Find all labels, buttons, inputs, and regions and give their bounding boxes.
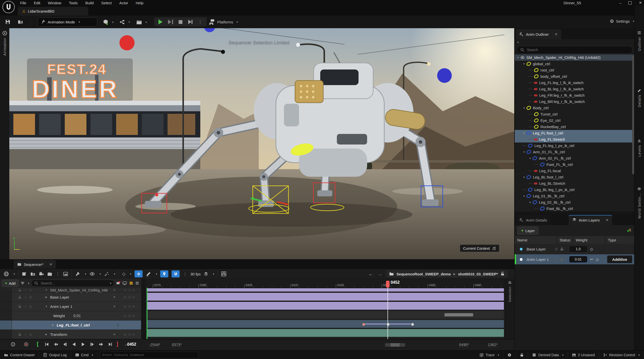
prev-key-icon[interactable]: ◁ <box>124 314 126 317</box>
fps-label[interactable]: 30 fps <box>190 272 201 276</box>
layer-dot-icon[interactable] <box>520 258 523 261</box>
previous-key-button[interactable] <box>53 342 58 347</box>
prev-key-icon[interactable]: ◁ <box>124 305 126 308</box>
menu-edit[interactable]: Edit <box>34 1 40 5</box>
tree-item[interactable]: ▼Body_ctrl <box>515 105 635 111</box>
expander-icon[interactable]: ▼ <box>528 157 532 160</box>
chevron-down-icon[interactable]: ▾ <box>213 272 214 276</box>
record-viewport-icon[interactable] <box>116 281 120 285</box>
lane-keys[interactable] <box>147 320 504 328</box>
solo-headphones-icon[interactable]: ∩ <box>24 295 26 299</box>
chevron-down-icon[interactable]: ▾ <box>14 272 15 276</box>
tree-item[interactable]: ▼Leg_BL:foot_l_ctrl <box>515 174 635 180</box>
next-key-button[interactable] <box>99 342 104 347</box>
minimize-button[interactable]: – <box>619 1 621 5</box>
chevron-down-icon[interactable]: ▾ <box>100 272 101 276</box>
playhead-line[interactable] <box>388 286 388 339</box>
outliner-search-input[interactable] <box>526 48 629 52</box>
tree-item[interactable]: Foot_BL_fk_ctrl <box>515 205 635 211</box>
restore-button[interactable] <box>628 1 632 5</box>
nav-back-arrow[interactable]: ← <box>368 271 373 277</box>
status-trace[interactable]: Trace▾ <box>475 351 503 359</box>
menu-tools[interactable]: Tools <box>69 1 78 5</box>
world-icon[interactable] <box>4 271 9 277</box>
expander-icon[interactable]: ▼ <box>522 132 526 134</box>
solo-headphones-icon[interactable]: ∩ <box>24 333 26 336</box>
track-row[interactable]: ∩⊘▼SM_Mech_Spider_HI_CtrlRig_HI6+◁◇▷ <box>0 288 141 293</box>
mode-select-dropdown[interactable]: Animation Mode ▾ <box>38 17 97 26</box>
mute-icon[interactable]: ⊘ <box>29 295 32 299</box>
menu-build[interactable]: Build <box>85 1 93 5</box>
track-row[interactable]: Weight0.01◁◇▷ <box>0 311 141 320</box>
camera-icon[interactable] <box>39 271 44 277</box>
status-content-drawer[interactable]: Content Drawer <box>0 351 39 359</box>
add-section-icon[interactable]: + <box>111 295 118 299</box>
current-frame-value[interactable]: 0452 <box>127 342 136 347</box>
tree-item[interactable]: Leg_BL:Stretch <box>515 180 635 187</box>
close-icon[interactable]: ✕ <box>606 218 609 222</box>
playhead-marker[interactable] <box>386 281 390 288</box>
info-icon[interactable] <box>11 342 16 347</box>
outliner-filter-row[interactable]: ▼ <box>515 39 635 45</box>
snap-magnet-button[interactable] <box>172 270 180 277</box>
play-options-dots-icon[interactable]: ⋮ <box>198 19 202 25</box>
expander-icon[interactable]: ▶ <box>51 324 55 326</box>
save-asset-icon[interactable] <box>22 271 27 277</box>
lock-icon[interactable] <box>18 288 22 292</box>
status-revision-control[interactable]: Revision Control▾ <box>599 351 644 359</box>
column-header-name[interactable]: Name <box>515 236 557 244</box>
keyframe-diamond-icon[interactable]: ◇ <box>122 271 125 277</box>
lock-icon[interactable] <box>18 295 22 299</box>
keyframe-dot[interactable] <box>362 323 365 326</box>
tree-item[interactable]: ▼SM_Mech_Spider_HI_CtrlRig_HI6 (Unfold2) <box>515 54 635 61</box>
sequencer-search-input[interactable] <box>40 281 107 285</box>
tree-scrollbar[interactable] <box>632 56 634 174</box>
sequencer-lane-area[interactable]: 03750390040504200435045004650480 0452 <box>146 279 505 339</box>
play-reverse-button[interactable] <box>72 342 77 347</box>
tree-item[interactable]: Leg_FL:leg_l_fk_ik_switch <box>515 80 635 86</box>
add-key-icon[interactable]: ◇ <box>128 305 131 308</box>
status-unsaved[interactable]: 2 Unsaved <box>568 351 599 359</box>
platforms-dropdown[interactable]: Platforms ▾ <box>209 19 238 25</box>
layer-filter-icon[interactable] <box>627 228 631 232</box>
expander-icon[interactable]: ▼ <box>516 56 520 59</box>
wrench-icon[interactable] <box>75 271 80 277</box>
timeline-scrollbar[interactable] <box>385 343 405 347</box>
tree-item[interactable]: RocketBay_ctrl <box>515 124 635 130</box>
lock-icon[interactable] <box>18 305 22 308</box>
add-key-icon[interactable]: ◇ <box>128 323 131 327</box>
prev-key-icon[interactable]: ◁ <box>124 333 126 336</box>
lock-icon[interactable] <box>560 247 564 251</box>
column-header-status[interactable]: Status <box>557 236 573 244</box>
edit-pencil-icon[interactable] <box>146 271 151 277</box>
prev-key-icon[interactable]: ◁ <box>124 323 126 327</box>
step-back-button[interactable] <box>62 342 68 347</box>
lane-purple[interactable] <box>147 302 504 310</box>
tree-item[interactable]: ▼global_ctrl <box>515 61 635 67</box>
menu-window[interactable]: Window <box>48 1 61 5</box>
expander-icon[interactable]: ▼ <box>45 305 48 308</box>
next-key-icon[interactable]: ▷ <box>133 288 135 292</box>
level-viewport[interactable]: FEST.24 DINER <box>9 28 514 259</box>
lane-purple[interactable] <box>147 293 504 301</box>
tree-item[interactable]: Leg_FR:leg_r_fk_ik_switch <box>515 92 635 98</box>
status-output-log[interactable]: Output Log <box>39 351 71 359</box>
range-start-value[interactable]: -2544* <box>149 342 160 347</box>
next-key-icon[interactable]: ▷ <box>133 305 135 308</box>
spawn-marker-button[interactable] <box>160 270 168 277</box>
tree-item[interactable]: Leg_FL:local <box>515 168 635 174</box>
mute-icon[interactable]: ⊘ <box>29 305 32 308</box>
blueprints-dropdown[interactable]: ▾ <box>119 19 130 25</box>
curve-editor-icon[interactable] <box>221 271 227 277</box>
track-row[interactable]: ▶Leg_FL:foot_l_ctrl◁◇▷ <box>0 320 141 330</box>
close-icon[interactable]: ✕ <box>555 32 558 36</box>
lock-icon[interactable] <box>18 333 22 336</box>
add-key-icon[interactable]: ◇ <box>128 333 131 336</box>
expander-icon[interactable]: ▼ <box>528 201 532 204</box>
menu-actor[interactable]: Actor <box>119 1 128 5</box>
breadcrumb-root[interactable]: SequenceRoot_SWEEP_demo <box>397 272 451 276</box>
tab-sequencer[interactable]: Sequencer* ✕ <box>14 260 56 269</box>
track-row[interactable]: ∩⊘▶Transform+◁◇▷ <box>0 330 141 339</box>
browse-sequence-icon[interactable] <box>30 271 36 277</box>
layer-row[interactable]: Anim Layer 1⊘0.01↩◇Additive <box>515 254 635 265</box>
